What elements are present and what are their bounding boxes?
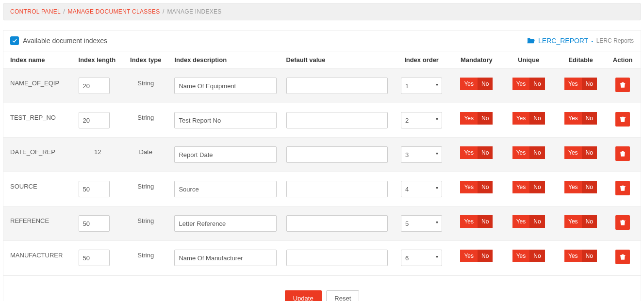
unique-toggle[interactable]: Yes No — [512, 250, 545, 262]
editable-toggle[interactable]: Yes No — [564, 215, 597, 228]
update-button[interactable]: Update — [285, 290, 322, 301]
toggle-no[interactable]: No — [478, 78, 493, 90]
toggle-no[interactable]: No — [529, 181, 545, 193]
index-type-cell: String — [122, 241, 169, 275]
index-length-input[interactable] — [79, 215, 110, 232]
toggle-no[interactable]: No — [529, 112, 545, 125]
toggle-yes[interactable]: Yes — [512, 181, 530, 193]
toggle-no[interactable]: No — [478, 112, 493, 125]
index-default-input[interactable] — [286, 250, 388, 266]
index-description-input[interactable] — [174, 78, 276, 94]
mandatory-toggle[interactable]: Yes No — [460, 112, 493, 125]
index-description-input[interactable] — [174, 181, 276, 197]
report-link[interactable]: LERC_REPORT - LERC Reports — [527, 37, 634, 45]
delete-button[interactable] — [615, 250, 630, 264]
delete-button[interactable] — [615, 112, 630, 127]
editable-toggle[interactable]: Yes No — [564, 78, 597, 90]
toggle-yes[interactable]: Yes — [512, 78, 530, 90]
reset-button[interactable]: Reset — [326, 290, 359, 301]
toggle-no[interactable]: No — [478, 181, 493, 193]
toggle-yes[interactable]: Yes — [564, 146, 582, 159]
toggle-yes[interactable]: Yes — [460, 146, 478, 159]
unique-toggle[interactable]: Yes No — [512, 181, 545, 193]
toggle-no[interactable]: No — [529, 250, 545, 262]
available-indexes-checkbox[interactable] — [10, 36, 19, 45]
delete-button[interactable] — [615, 215, 630, 230]
toggle-yes[interactable]: Yes — [512, 250, 530, 262]
unique-toggle[interactable]: Yes No — [512, 215, 545, 228]
index-order-select[interactable] — [401, 146, 442, 163]
delete-button[interactable] — [615, 146, 630, 161]
toggle-yes[interactable]: Yes — [460, 215, 478, 228]
toggle-yes[interactable]: Yes — [564, 181, 582, 193]
toggle-no[interactable]: No — [529, 215, 545, 228]
report-name: LERC Reports — [596, 37, 634, 44]
toggle-no[interactable]: No — [478, 146, 493, 159]
index-default-input[interactable] — [286, 146, 388, 163]
unique-toggle[interactable]: Yes No — [512, 112, 545, 125]
toggle-yes[interactable]: Yes — [512, 112, 530, 125]
index-default-input[interactable] — [286, 78, 388, 94]
index-description-input[interactable] — [174, 215, 276, 232]
mandatory-toggle[interactable]: Yes No — [460, 215, 493, 228]
col-header-description: Index description — [169, 51, 281, 69]
index-order-select[interactable] — [401, 112, 442, 128]
index-type-cell: String — [122, 69, 169, 103]
toggle-yes[interactable]: Yes — [460, 250, 478, 262]
breadcrumb: CONTROL PANEL / MANAGE DOCUMENT CLASSES … — [3, 3, 641, 20]
unique-toggle[interactable]: Yes No — [512, 78, 545, 90]
toggle-yes[interactable]: Yes — [512, 215, 530, 228]
toggle-yes[interactable]: Yes — [460, 112, 478, 125]
toggle-no[interactable]: No — [529, 78, 545, 90]
toggle-no[interactable]: No — [582, 250, 597, 262]
toggle-no[interactable]: No — [582, 181, 597, 193]
breadcrumb-link-manage-document-classes[interactable]: MANAGE DOCUMENT CLASSES — [67, 8, 160, 15]
index-order-select[interactable] — [401, 215, 442, 232]
index-length-input[interactable] — [79, 181, 110, 197]
index-default-input[interactable] — [286, 215, 388, 232]
toggle-yes[interactable]: Yes — [512, 146, 530, 159]
toggle-yes[interactable]: Yes — [564, 215, 582, 228]
mandatory-toggle[interactable]: Yes No — [460, 78, 493, 90]
toggle-yes[interactable]: Yes — [564, 250, 582, 262]
index-default-input[interactable] — [286, 181, 388, 197]
index-order-select[interactable] — [401, 78, 442, 94]
toggle-no[interactable]: No — [582, 78, 597, 90]
index-order-select[interactable] — [401, 250, 442, 266]
toggle-no[interactable]: No — [582, 215, 597, 228]
toggle-no[interactable]: No — [478, 250, 493, 262]
toggle-yes[interactable]: Yes — [564, 78, 582, 90]
toggle-no[interactable]: No — [478, 215, 493, 228]
toggle-yes[interactable]: Yes — [460, 181, 478, 193]
index-length-input[interactable] — [79, 250, 110, 266]
delete-button[interactable] — [615, 78, 630, 92]
index-length-input[interactable] — [79, 112, 110, 128]
index-name-cell: MANUFACTURER — [3, 241, 74, 275]
mandatory-toggle[interactable]: Yes No — [460, 250, 493, 262]
editable-toggle[interactable]: Yes No — [564, 181, 597, 193]
editable-toggle[interactable]: Yes No — [564, 112, 597, 125]
mandatory-toggle[interactable]: Yes No — [460, 181, 493, 193]
breadcrumb-link-control-panel[interactable]: CONTROL PANEL — [10, 8, 60, 15]
delete-button[interactable] — [615, 181, 630, 195]
toggle-no[interactable]: No — [529, 146, 545, 159]
index-name-cell: SOURCE — [3, 172, 74, 206]
index-description-input[interactable] — [174, 146, 276, 163]
toggle-yes[interactable]: Yes — [564, 112, 582, 125]
trash-icon — [619, 219, 626, 226]
index-order-select[interactable] — [401, 181, 442, 197]
toggle-no[interactable]: No — [582, 146, 597, 159]
toggle-no[interactable]: No — [582, 112, 597, 125]
index-type-cell: String — [122, 103, 169, 138]
table-row: NAME_OF_EQIPString Yes No Yes No Yes No — [3, 69, 641, 103]
index-length-input[interactable] — [79, 78, 110, 94]
mandatory-toggle[interactable]: Yes No — [460, 146, 493, 159]
unique-toggle[interactable]: Yes No — [512, 146, 545, 159]
index-description-input[interactable] — [174, 250, 276, 266]
index-default-input[interactable] — [286, 112, 388, 128]
editable-toggle[interactable]: Yes No — [564, 250, 597, 262]
editable-toggle[interactable]: Yes No — [564, 146, 597, 159]
index-description-input[interactable] — [174, 112, 276, 128]
col-header-length: Index length — [74, 51, 122, 69]
toggle-yes[interactable]: Yes — [460, 78, 478, 90]
